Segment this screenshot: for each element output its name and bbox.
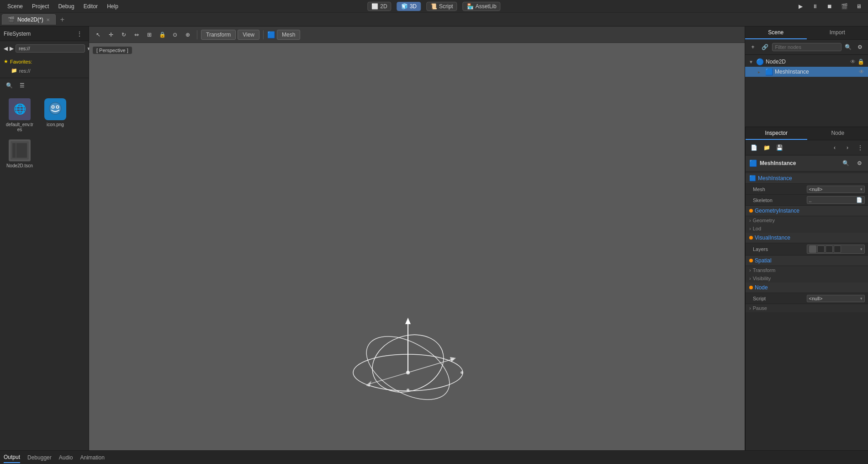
bottom-tab-animation[interactable]: Animation	[80, 453, 104, 463]
viewport-wrapper: ↖ ✛ ↻ ⇔ ⊞ 🔒 ⊙ ⊕ Transform View 🟦 Mesh [ …	[89, 27, 745, 450]
scene-search-btn[interactable]: 🔍	[843, 42, 853, 53]
menu-scene[interactable]: Scene	[4, 2, 26, 11]
2d-icon: ⬜	[371, 3, 378, 10]
vp-btn-view[interactable]: View	[238, 30, 259, 40]
vp-tool-scale[interactable]: ⇔	[131, 29, 142, 40]
insp-node-settings[interactable]: ⚙	[854, 158, 865, 169]
scene-tree: ▼ 🔵 Node2D 👁 🔒 ▸ 🟦 MeshInstance 👁	[745, 55, 868, 127]
nav-forward[interactable]: ▶	[10, 43, 14, 54]
svg-point-3	[52, 106, 54, 108]
insp-more-btn[interactable]: ⋮	[855, 142, 866, 153]
bottom-tab-debugger[interactable]: Debugger	[27, 453, 52, 463]
favorites-section: ★ Favorites: 📁 res://	[0, 56, 89, 78]
insp-section-meshinstance[interactable]: 🟦 MeshInstance	[746, 173, 868, 184]
tree-eye-node2d[interactable]: 👁	[850, 59, 856, 65]
btn-assetlib[interactable]: 🏪 AssetLib	[463, 2, 501, 11]
insp-value-script[interactable]: <null> ▾	[807, 295, 865, 302]
tree-eye-mesh[interactable]: 👁	[859, 69, 864, 75]
insp-section-geometry[interactable]: › Geometry	[746, 216, 868, 224]
insp-value-layers[interactable]: ▾	[807, 245, 865, 254]
scene-link-btn[interactable]: 🔗	[760, 42, 770, 53]
vp-tool-select[interactable]: ↖	[93, 29, 104, 40]
scene-add-btn[interactable]: +	[748, 42, 758, 53]
svg-point-18	[406, 371, 410, 374]
menu-editor[interactable]: Editor	[80, 2, 101, 11]
vp-btn-mesh[interactable]: Mesh	[277, 30, 300, 40]
insp-back-btn[interactable]: ‹	[829, 142, 840, 153]
insp-section-node[interactable]: Node	[746, 283, 868, 293]
layer-box-4[interactable]	[834, 245, 841, 253]
remote-button[interactable]: 🖥	[853, 1, 864, 12]
file-node2d-tscn-label: Node2D.tscn	[6, 163, 33, 168]
insp-node-row: 🟦 MeshInstance 🔍 ⚙	[746, 155, 868, 171]
btn-3d[interactable]: 🧊 3D	[397, 2, 421, 11]
insp-section-transform[interactable]: › Transform	[746, 266, 868, 274]
insp-new-btn[interactable]: 📄	[748, 142, 759, 153]
insp-label-script: Script	[753, 296, 807, 301]
file-node2d-tscn[interactable]: Node2D.tscn	[4, 138, 36, 170]
menu-debug[interactable]: Debug	[54, 2, 78, 11]
fs-options[interactable]: ⋮	[74, 28, 85, 39]
viewport[interactable]: [ Perspective ]	[89, 43, 745, 450]
pause-button[interactable]: ⏸	[810, 1, 820, 12]
play-button[interactable]: ▶	[795, 1, 806, 12]
insp-section-geometry-instance[interactable]: GeometryInstance	[746, 206, 868, 216]
insp-value-mesh[interactable]: <null> ▾	[807, 186, 865, 193]
filter-nodes-input[interactable]	[772, 43, 842, 51]
insp-value-skeleton[interactable]: .. 📄	[807, 196, 865, 204]
bottom-tab-audio[interactable]: Audio	[59, 453, 73, 463]
scene-settings-btn[interactable]: ⚙	[855, 42, 865, 53]
chevron-right-pause: ›	[749, 305, 751, 311]
menu-project[interactable]: Project	[28, 2, 53, 11]
vp-tool-unknown1[interactable]: ⊞	[144, 29, 155, 40]
scene-tab-import[interactable]: Import	[807, 27, 868, 39]
insp-node-search[interactable]: 🔍	[840, 158, 851, 169]
insp-save-btn[interactable]: 💾	[774, 142, 785, 153]
inspector-tab-inspector[interactable]: Inspector	[746, 127, 807, 140]
fs-list-icon[interactable]: ☰	[16, 80, 27, 91]
btn-script[interactable]: 📜 Script	[426, 2, 457, 11]
file-default-env[interactable]: 🌐 default_env.tres	[4, 96, 36, 134]
layer-box-1[interactable]	[809, 245, 816, 253]
tree-meshinstance[interactable]: ▸ 🟦 MeshInstance 👁	[745, 67, 868, 77]
tab-add[interactable]: +	[58, 16, 67, 24]
orange-dot-geom	[749, 209, 753, 213]
file-icon-png[interactable]: icon.png	[39, 96, 71, 134]
fav-res[interactable]: 📁 res://	[4, 66, 85, 75]
tree-node2d[interactable]: ▼ 🔵 Node2D 👁 🔒	[745, 57, 868, 67]
vp-btn-transform[interactable]: Transform	[201, 30, 236, 40]
insp-section-lod[interactable]: › Lod	[746, 224, 868, 233]
tree-lock-node2d[interactable]: 🔒	[857, 59, 864, 65]
scene-panel: Scene Import + 🔗 🔍 ⚙ ▼ 🔵 Node2D 👁 🔒	[745, 27, 868, 127]
stop-button[interactable]: ⏹	[824, 1, 835, 12]
vp-tool-group[interactable]: ⊙	[169, 29, 180, 40]
insp-open-btn[interactable]: 📁	[761, 142, 772, 153]
tab-node2d[interactable]: 🎬 Node2D(*) ✕	[2, 14, 56, 25]
vp-tool-rotate[interactable]: ↻	[118, 29, 129, 40]
vp-tool-snap[interactable]: ⊕	[182, 29, 193, 40]
chevron-right-visibility: ›	[749, 276, 751, 281]
inspector-tab-node[interactable]: Node	[807, 127, 868, 140]
insp-fwd-btn[interactable]: ›	[842, 142, 853, 153]
insp-section-visibility[interactable]: › Visibility	[746, 274, 868, 283]
bottom-tab-output[interactable]: Output	[4, 452, 20, 463]
menu-bar: Scene Project Debug Editor Help ⬜ 2D 🧊 3…	[0, 0, 868, 13]
insp-section-pause[interactable]: › Pause	[746, 304, 868, 312]
vp-tool-move[interactable]: ✛	[106, 29, 116, 40]
btn-2d[interactable]: ⬜ 2D	[367, 2, 391, 11]
movie-button[interactable]: 🎬	[839, 1, 850, 12]
layer-box-3[interactable]	[826, 245, 833, 253]
insp-section-visual-instance[interactable]: VisualInstance	[746, 233, 868, 243]
vp-tool-lock[interactable]: 🔒	[157, 29, 168, 40]
scene-tab-scene[interactable]: Scene	[745, 27, 807, 39]
svg-point-19	[460, 371, 463, 374]
viewport-toolbar: ↖ ✛ ↻ ⇔ ⊞ 🔒 ⊙ ⊕ Transform View 🟦 Mesh	[89, 27, 745, 43]
menu-help[interactable]: Help	[103, 2, 122, 11]
layer-box-2[interactable]	[817, 245, 825, 253]
fs-search-icon[interactable]: 🔍	[4, 80, 15, 91]
tree-icon-mesh: 🟦	[765, 68, 773, 75]
fs-path-input[interactable]	[16, 44, 85, 53]
tab-close[interactable]: ✕	[46, 17, 50, 22]
insp-section-spatial[interactable]: Spatial	[746, 256, 868, 266]
nav-back[interactable]: ◀	[4, 43, 8, 54]
